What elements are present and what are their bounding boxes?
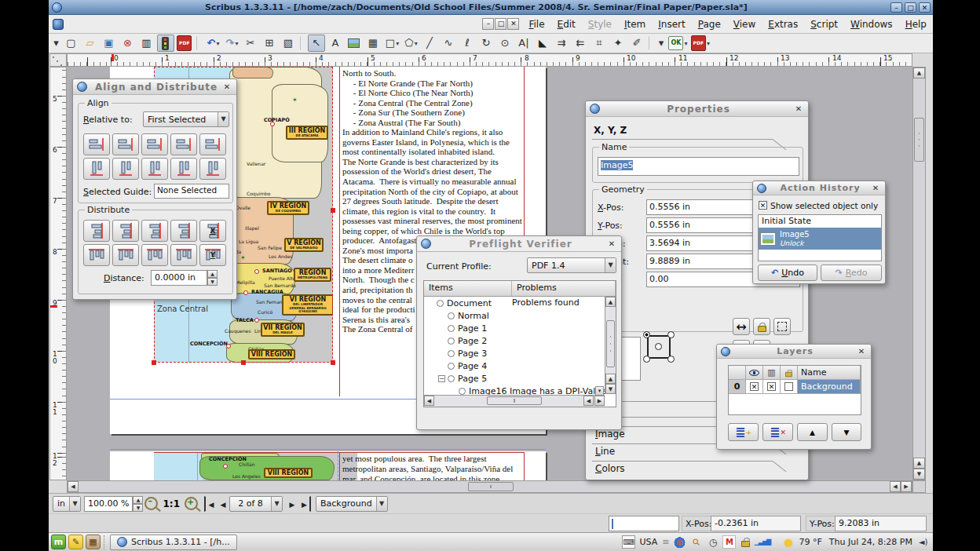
- distribute-button[interactable]: [83, 244, 110, 266]
- menu-item[interactable]: Help: [899, 16, 933, 32]
- search-tray-icon[interactable]: ⚲: [687, 532, 706, 551]
- layer-visible-checkbox[interactable]: ✕: [746, 380, 763, 394]
- close-icon[interactable]: ✕: [221, 82, 232, 93]
- mdi-minimize-button[interactable]: –: [482, 18, 494, 30]
- toolbar-button[interactable]: ⇉: [553, 35, 570, 52]
- scroll-left-icon[interactable]: ◀: [68, 481, 79, 492]
- align-button[interactable]: [83, 133, 110, 155]
- toolbar-button[interactable]: A: [327, 35, 344, 52]
- distribute-button[interactable]: [170, 220, 197, 242]
- ruler-origin-button[interactable]: [49, 53, 67, 67]
- zoom-spinbox[interactable]: 100.00 % ▲▼: [84, 496, 143, 512]
- mint-menu-button[interactable]: m: [51, 535, 66, 549]
- toolbar-button[interactable]: ▧: [280, 35, 297, 52]
- distribute-button[interactable]: [141, 244, 168, 266]
- distribute-button[interactable]: [141, 220, 168, 242]
- lower-layer-button[interactable]: ▼: [832, 423, 861, 441]
- basepoint-center[interactable]: [655, 343, 662, 350]
- table-vertical-scrollbar[interactable]: ▲ ▲ ▼: [605, 297, 616, 394]
- dialog-titlebar[interactable]: Align and Distribute ✕: [73, 79, 236, 95]
- layers-table[interactable]: ▥ Name 0 ✕ ✕ Background: [728, 365, 861, 415]
- browser-tray-icon[interactable]: ◍: [673, 535, 686, 549]
- lock-size-button[interactable]: [773, 318, 791, 335]
- toolbar-button[interactable]: ▾: [52, 35, 61, 52]
- scroll-left-icon[interactable]: ◀: [424, 396, 434, 406]
- toolbar-button[interactable]: A|: [515, 35, 532, 52]
- relative-to-select[interactable]: First Selected ▼: [143, 111, 229, 127]
- close-icon[interactable]: ✕: [606, 239, 617, 250]
- preflight-row[interactable]: Page 1: [424, 322, 605, 334]
- dialog-titlebar[interactable]: Preflight Verifier ✕: [417, 236, 621, 252]
- scroll-down-icon[interactable]: ▼: [605, 384, 616, 394]
- align-button[interactable]: [170, 133, 197, 155]
- distribute-button[interactable]: Y: [199, 244, 226, 266]
- scroll-up-icon[interactable]: ▲: [913, 68, 925, 78]
- toolbar-button[interactable]: PDF ▾: [690, 35, 711, 52]
- unlock-button[interactable]: [753, 318, 770, 335]
- layer-row-background[interactable]: 0 ✕ ✕ Background: [729, 380, 861, 394]
- properties-tab[interactable]: Colors: [586, 461, 810, 478]
- network-signal-icon[interactable]: ▁▃▅▇: [755, 535, 769, 549]
- toolbar-button[interactable]: ⊗: [119, 35, 137, 52]
- toolbar-button[interactable]: ▢: [63, 35, 80, 52]
- toolbar-button[interactable]: ∿: [440, 35, 457, 52]
- mdi-close-button[interactable]: ✕: [507, 18, 519, 30]
- toolbar-button[interactable]: OK ▾: [667, 35, 688, 52]
- align-button[interactable]: [141, 133, 168, 155]
- delete-layer-button[interactable]: ≣ ✕: [762, 423, 793, 441]
- show-selected-only-checkbox[interactable]: ✕: [759, 201, 767, 210]
- selection-handle[interactable]: [331, 360, 335, 365]
- distribute-button[interactable]: [112, 220, 139, 242]
- keyboard-layout-icon[interactable]: ⌨: [622, 535, 635, 549]
- scroll-up-icon[interactable]: ▲: [605, 374, 616, 384]
- toolbar-button[interactable]: ▱: [82, 35, 99, 52]
- selection-handle[interactable]: [152, 360, 156, 365]
- speaker-icon[interactable]: ◄): [916, 535, 930, 549]
- preflight-row[interactable]: Normal: [424, 309, 605, 322]
- menu-item[interactable]: Script: [804, 16, 844, 32]
- preflight-results-table[interactable]: Items Problems Document Problems found: [423, 280, 616, 407]
- zoom-1to1-button[interactable]: 1:1: [163, 498, 180, 509]
- toolbar-button[interactable]: ⊙: [496, 35, 514, 52]
- basepoint-bottom-right[interactable]: [667, 356, 675, 363]
- toolbar-button[interactable]: ◣: [534, 35, 551, 52]
- document-page-2[interactable]: VIII REGIÓN CONCEPCIÓNChillánLos Angeles…: [110, 451, 546, 480]
- table-header[interactable]: Items Problems: [424, 281, 616, 297]
- scrollbar-thumb[interactable]: [468, 482, 514, 491]
- layer-name[interactable]: Background: [798, 380, 861, 394]
- toolbar-button[interactable]: ↶ ▾: [204, 35, 221, 52]
- align-button[interactable]: [112, 158, 139, 180]
- history-item-initial[interactable]: Initial State: [759, 215, 881, 228]
- previous-page-button[interactable]: ◀: [217, 496, 229, 512]
- toolbar-button[interactable]: ╱: [421, 35, 438, 52]
- scroll-left-icon[interactable]: ◀: [583, 396, 594, 406]
- selection-handle[interactable]: [331, 208, 335, 213]
- raise-layer-button[interactable]: ▲: [797, 423, 828, 441]
- menu-item[interactable]: Insert: [652, 16, 691, 32]
- gmail-tray-icon[interactable]: M: [722, 535, 736, 549]
- close-icon[interactable]: ✕: [856, 346, 867, 357]
- horizontal-ruler[interactable]: -10123456789101112131415: [67, 53, 912, 67]
- profile-select[interactable]: PDF 1.4 ▼: [527, 257, 616, 273]
- toolbar-button[interactable]: ℓ: [459, 35, 476, 52]
- history-list[interactable]: Initial State Image5 Unlock: [758, 214, 882, 261]
- basepoint-top-right[interactable]: [667, 331, 675, 338]
- selection-handle[interactable]: [241, 360, 246, 365]
- preflight-row[interactable]: Page 2: [424, 334, 605, 347]
- layer-lock-checkbox[interactable]: [781, 380, 798, 394]
- scroll-down-icon[interactable]: ▼: [913, 469, 925, 480]
- minimize-button[interactable]: –: [890, 2, 902, 13]
- menu-item[interactable]: Windows: [844, 16, 899, 32]
- mdi-restore-button[interactable]: □: [495, 18, 506, 30]
- desktop-launcher-icon[interactable]: ▦: [86, 535, 101, 549]
- toolbar-button[interactable]: ⊞: [261, 35, 278, 52]
- distribute-button[interactable]: [170, 244, 197, 266]
- toolbar-button[interactable]: ✂: [242, 35, 259, 52]
- align-button[interactable]: [199, 158, 226, 180]
- toolbar-button[interactable]: ✦: [609, 35, 627, 52]
- zoom-out-icon[interactable]: [144, 497, 158, 510]
- basepoint-bottom-left[interactable]: [643, 356, 650, 363]
- scroll-right-icon[interactable]: ▶: [594, 396, 605, 406]
- menu-item[interactable]: Item: [618, 16, 652, 32]
- align-button[interactable]: [141, 158, 168, 180]
